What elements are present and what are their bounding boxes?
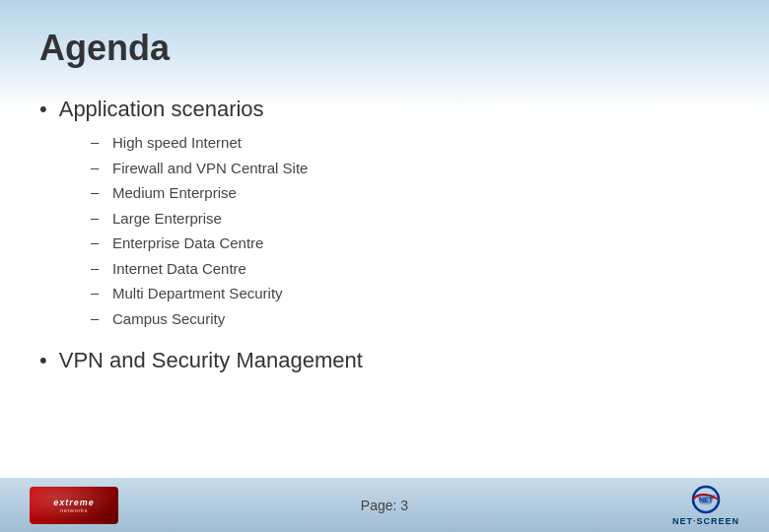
- list-item: – High speed Internet: [91, 132, 730, 155]
- sub-item-text: High speed Internet: [112, 132, 242, 155]
- list-item: – Internet Data Centre: [91, 258, 730, 281]
- extreme-text: extreme: [53, 498, 95, 507]
- page-number: Page: 3: [361, 498, 408, 513]
- list-item: – Campus Security: [91, 308, 730, 331]
- application-heading: Application scenarios: [59, 97, 264, 122]
- sub-item-text: Large Enterprise: [112, 208, 222, 231]
- vpn-heading: VPN and Security Management: [59, 348, 363, 373]
- list-item: – Large Enterprise: [91, 208, 730, 231]
- dash-icon: –: [91, 233, 103, 250]
- application-section: • Application scenarios – High speed Int…: [39, 97, 730, 330]
- extreme-sub-text: networks: [60, 507, 88, 513]
- main-bullet-1: • Application scenarios: [39, 97, 730, 122]
- list-item: – Medium Enterprise: [91, 182, 730, 205]
- netscreen-text: NET·SCREEN: [672, 516, 739, 526]
- slide-content: Agenda • Application scenarios – High sp…: [0, 0, 769, 532]
- netscreen-logo: NET NET·SCREEN: [672, 485, 739, 526]
- sub-item-text: Internet Data Centre: [112, 258, 246, 281]
- svg-text:NET: NET: [699, 497, 714, 503]
- list-item: – Firewall and VPN Central Site: [91, 158, 730, 180]
- sub-item-text: Multi Department Security: [112, 283, 283, 305]
- dash-icon: –: [91, 183, 103, 200]
- vpn-section: • VPN and Security Management: [39, 348, 730, 373]
- netscreen-icon: NET: [681, 485, 731, 514]
- sub-item-text: Medium Enterprise: [112, 182, 237, 205]
- extreme-badge: extreme networks: [30, 487, 118, 524]
- bullet-dot-2: •: [39, 350, 47, 371]
- dash-icon: –: [91, 159, 103, 175]
- dash-icon: –: [91, 133, 103, 150]
- dash-icon: –: [91, 309, 103, 326]
- sub-item-text: Firewall and VPN Central Site: [112, 158, 308, 180]
- dash-icon: –: [91, 259, 103, 276]
- sub-item-text: Campus Security: [112, 308, 225, 331]
- dash-icon: –: [91, 284, 103, 300]
- list-item: – Multi Department Security: [91, 283, 730, 305]
- sub-item-text: Enterprise Data Centre: [112, 233, 263, 255]
- sub-bullets-list: – High speed Internet – Firewall and VPN…: [91, 132, 730, 330]
- dash-icon: –: [91, 209, 103, 226]
- list-item: – Enterprise Data Centre: [91, 233, 730, 255]
- extreme-networks-logo: extreme networks: [30, 487, 118, 524]
- bullet-dot-1: •: [39, 99, 47, 120]
- slide-title: Agenda: [39, 28, 730, 69]
